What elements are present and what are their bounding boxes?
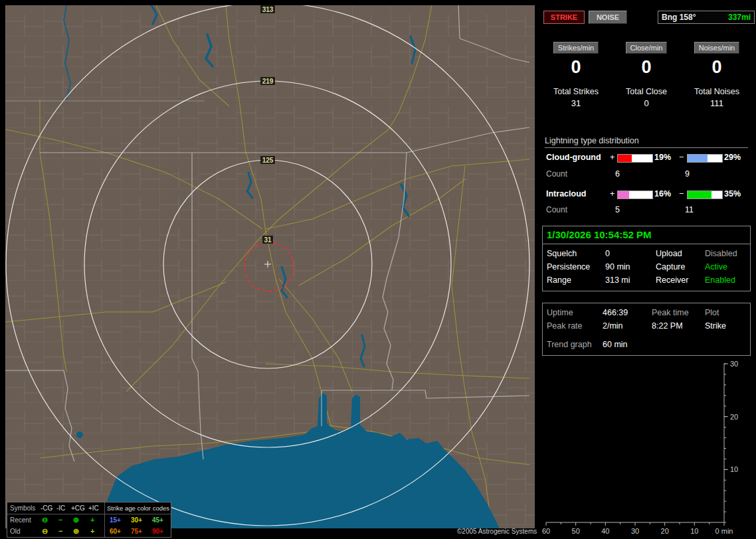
svg-text:50: 50: [572, 527, 580, 535]
ic-positive-bar: [617, 191, 653, 199]
side-panel: STRIKE NOISE Bng 158° 337mi Strikes/min …: [541, 5, 752, 534]
legend-symbols-header: Symbols: [10, 502, 35, 514]
svg-text:30: 30: [631, 527, 639, 535]
ic-positive-old-icon: +: [90, 526, 94, 537]
legend-col-cg-pos: +CG: [71, 502, 85, 514]
ic-positive-recent-icon: +: [90, 514, 94, 526]
ring-label-219: 219: [262, 78, 274, 85]
ic-negative-old-icon: −: [58, 526, 62, 537]
noises-per-min-button[interactable]: Noises/min: [694, 42, 739, 54]
settings-box: 1/30/2026 10:54:52 PM Squelch 0 Upload D…: [542, 226, 751, 291]
strike-toggle-button[interactable]: STRIKE: [543, 11, 585, 24]
ring-label-31: 31: [264, 236, 272, 244]
lightning-map[interactable]: 313 219 125 31: [5, 5, 535, 528]
svg-text:20: 20: [661, 527, 669, 535]
cg-negative-bar: [687, 154, 723, 163]
persistence-label: Persistence: [547, 260, 590, 273]
legend-age-header: Strike age color codes: [107, 502, 169, 514]
legend-col-ic-neg: -IC: [56, 502, 65, 514]
svg-text:10: 10: [690, 527, 698, 535]
cg-positive-recent-icon: ⊕: [73, 514, 79, 526]
cg-count-label: Count: [546, 169, 567, 179]
map-canvas: 313 219 125 31: [5, 5, 535, 528]
strikes-per-min-button[interactable]: Strikes/min: [553, 42, 599, 54]
svg-text:60: 60: [542, 527, 550, 535]
age-45: 45+: [152, 514, 163, 526]
range-value: 313 mi: [605, 273, 630, 287]
cg-negative-pct: 29%: [724, 153, 741, 162]
ic-negative-count: 11: [685, 205, 694, 214]
ic-positive-pct: 16%: [654, 189, 671, 198]
receiver-status: Enabled: [705, 273, 735, 287]
age-30: 30+: [131, 514, 142, 526]
age-15: 15+: [110, 514, 121, 526]
peak-time-label: Peak time: [652, 306, 689, 319]
minus-sign: −: [679, 153, 684, 162]
svg-text:20: 20: [730, 413, 738, 421]
squelch-label: Squelch: [547, 247, 577, 260]
squelch-value: 0: [605, 247, 610, 260]
cg-positive-bar: [617, 154, 653, 163]
cg-negative-count: 9: [685, 169, 690, 179]
ic-count-label: Count: [546, 205, 567, 214]
close-per-min-value: 0: [611, 57, 682, 78]
age-75: 75+: [131, 526, 142, 537]
svg-text:40: 40: [601, 527, 609, 535]
persistence-value: 90 min: [605, 260, 630, 273]
legend-old-label: Old: [10, 526, 21, 537]
capture-status: Active: [705, 260, 727, 273]
cg-positive-count: 6: [615, 169, 620, 179]
plot-mode-value: Strike: [705, 319, 726, 333]
plot-label: Plot: [705, 306, 719, 319]
trend-graph-label: Trend graph: [547, 338, 592, 351]
noises-per-min-value: 0: [682, 57, 752, 78]
peak-rate-label: Peak rate: [547, 319, 583, 333]
peak-time-value: 8:22 PM: [652, 319, 683, 333]
cg-positive-pct: 19%: [654, 153, 671, 162]
cg-negative-recent-icon: ⊖: [42, 514, 48, 526]
svg-text:0 min: 0 min: [715, 527, 733, 535]
total-close-value: 0: [611, 98, 682, 108]
ic-positive-count: 5: [615, 205, 620, 214]
cloud-ground-label: Cloud-ground: [546, 153, 601, 162]
ic-negative-pct: 35%: [724, 189, 741, 198]
ring-label-125: 125: [262, 157, 274, 164]
minus-sign: −: [679, 189, 684, 198]
bearing-value: Bng 158°: [662, 13, 696, 22]
legend-recent-label: Recent: [10, 514, 31, 526]
receiver-label: Receiver: [656, 273, 688, 287]
cg-negative-old-icon: ⊖: [42, 526, 48, 537]
bearing-readout: Bng 158° 337mi: [658, 11, 755, 24]
upload-label: Upload: [656, 247, 682, 260]
cg-positive-old-icon: ⊕: [73, 526, 79, 537]
total-strikes-value: 31: [541, 98, 611, 108]
range-label: Range: [547, 273, 571, 287]
distribution-title: Lightning type distribution: [545, 136, 748, 148]
capture-label: Capture: [656, 260, 685, 273]
ring-label-313: 313: [262, 6, 274, 13]
bearing-distance: 337mi: [728, 11, 751, 23]
svg-text:10: 10: [730, 465, 738, 473]
upload-status: Disabled: [705, 247, 737, 260]
uptime-label: Uptime: [547, 306, 573, 319]
datetime-display: 1/30/2026 10:54:52 PM: [543, 226, 750, 244]
copyright-text: ©2005 Astrogenic Systems: [457, 528, 537, 535]
total-strikes-label: Total Strikes: [541, 87, 611, 96]
trend-graph-value: 60 min: [603, 338, 628, 351]
age-90: 90+: [152, 526, 163, 537]
noise-toggle-button[interactable]: NOISE: [589, 11, 627, 24]
status-box: Uptime 466:39 Peak time Plot Peak rate 2…: [542, 303, 751, 356]
strikes-per-min-value: 0: [541, 57, 611, 78]
ic-negative-bar: [687, 191, 723, 199]
total-close-label: Total Close: [611, 87, 682, 96]
strike-legend: Symbols -CG -IC +CG +IC Strike age color…: [7, 502, 171, 538]
plus-sign: +: [610, 189, 614, 198]
svg-text:30: 30: [730, 361, 738, 368]
total-noises-value: 111: [682, 98, 752, 108]
trend-graph: 6050403020100 min302010: [541, 361, 752, 535]
legend-divider: [104, 502, 105, 537]
legend-col-ic-pos: +IC: [88, 502, 99, 514]
uptime-value: 466:39: [603, 306, 628, 319]
close-per-min-button[interactable]: Close/min: [626, 42, 668, 54]
ic-negative-recent-icon: −: [58, 514, 62, 526]
